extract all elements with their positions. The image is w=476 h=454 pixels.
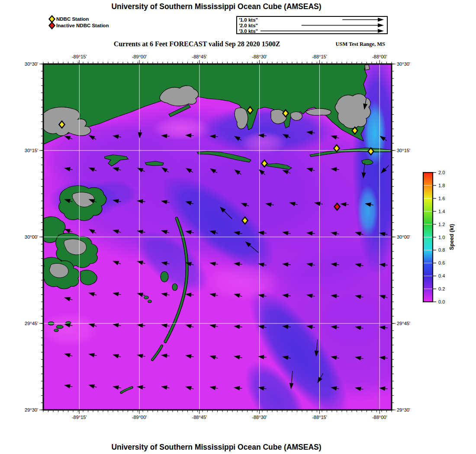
colorbar-tick-label: 1.4: [438, 209, 445, 214]
scale-3kt-label: '3.0 kts": [239, 29, 258, 34]
colorbar-tick-label: 0.0: [438, 299, 445, 304]
lat-label: 29°30': [397, 407, 410, 412]
lat-label: 29°45': [397, 321, 410, 326]
scale-1kt-label: '1.0 kts": [239, 17, 258, 22]
lon-label: -88°30': [252, 54, 267, 59]
colorbar-tick-label: 1.6: [438, 196, 445, 201]
forecast-subtitle: Currents at 6 Feet FORECAST valid Sep 28…: [114, 40, 280, 48]
lat-label: 30°30': [397, 61, 410, 67]
lon-label: -88°45': [192, 54, 207, 59]
vector-scale-box: '1.0 kts" '2.0 kts" '3.0 kts": [237, 16, 387, 34]
lat-label: 29°30': [25, 407, 38, 412]
lat-label: 29°45': [25, 321, 38, 326]
lon-label: -88°15': [312, 415, 327, 420]
colorbar-tick-label: 2.0: [438, 170, 445, 175]
lat-label: 30°15': [25, 148, 38, 153]
scale-2kt-label: '2.0 kts": [239, 23, 258, 28]
ndbc-station-icon: [49, 16, 55, 22]
colorbar-tick-label: 0.8: [438, 247, 445, 253]
lon-label: -88°45': [192, 415, 207, 420]
map-area: -89°15'-89°15'-89°00'-89°00'-88°45'-88°4…: [25, 43, 454, 447]
lat-label: 30°00': [397, 234, 410, 240]
station-legend: NDBC Station Inactive NDBC Station: [49, 16, 109, 29]
lon-label: -88°15': [312, 54, 327, 59]
colorbar-tick-label: 0.2: [438, 286, 445, 291]
colorbar-tick-label: 1.0: [438, 235, 445, 240]
lat-label: 30°15': [397, 148, 410, 153]
region-label: USM Test Range, MS: [335, 41, 385, 47]
colorbar-tick-label: 1.2: [438, 222, 445, 227]
lat-label: 30°30': [25, 61, 38, 67]
inactive-ndbc-station-icon: [49, 22, 55, 29]
amseas-current-forecast-page: University of Southern Mississippi Ocean…: [0, 0, 476, 454]
page-title: University of Southern Mississippi Ocean…: [111, 2, 321, 11]
colorbar-tick-label: 0.6: [438, 260, 445, 265]
colorbar: 0.00.20.40.60.81.01.21.41.61.82.0 Speed …: [423, 170, 455, 304]
forecast-plot: University of Southern Mississippi Ocean…: [0, 0, 476, 454]
lon-label: -88°30': [252, 415, 267, 420]
page-title-bottom: University of Southern Mississippi Ocean…: [111, 443, 321, 451]
lon-label: -88°00': [372, 415, 387, 420]
colorbar-title: Speed (kt): [449, 224, 455, 250]
lon-label: -89°15': [72, 415, 87, 420]
inactive-ndbc-station-label: Inactive NDBC Station: [56, 23, 109, 28]
lat-label: 30°00': [25, 234, 38, 240]
colorbar-tick-label: 0.4: [438, 273, 445, 278]
ndbc-station-label: NDBC Station: [56, 16, 89, 22]
lon-label: -89°00': [132, 415, 147, 420]
colorbar-tick-label: 1.8: [438, 183, 445, 188]
lon-label: -89°00': [132, 54, 147, 59]
lon-label: -88°00': [372, 54, 387, 59]
lon-label: -89°15': [72, 54, 87, 59]
